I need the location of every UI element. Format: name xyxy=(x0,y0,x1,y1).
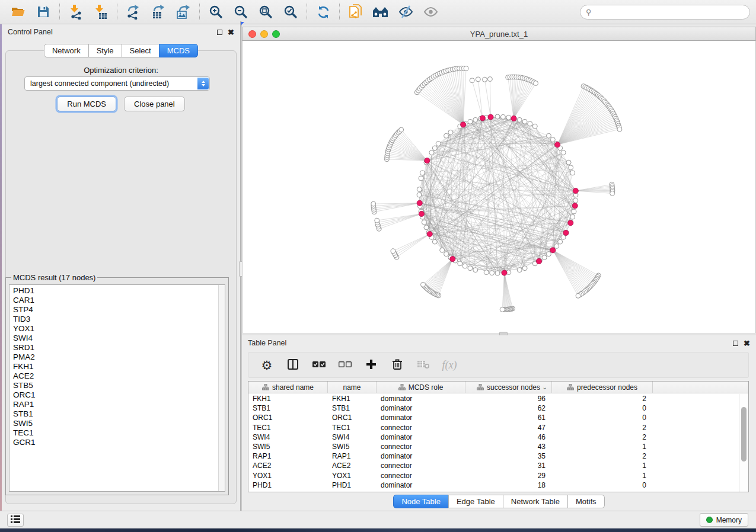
mcds-result-node[interactable]: YOX1 xyxy=(13,324,218,334)
tab-network-table[interactable]: Network Table xyxy=(503,495,568,508)
graph-node[interactable] xyxy=(572,209,576,214)
task-history-button[interactable] xyxy=(7,514,24,527)
graph-satellite-node[interactable] xyxy=(371,201,376,206)
graph-node[interactable] xyxy=(468,119,473,124)
column-header-shared-name[interactable]: shared name xyxy=(248,382,328,393)
graph-node[interactable] xyxy=(569,165,573,170)
graph-node[interactable] xyxy=(561,150,566,155)
hide-selected-button[interactable] xyxy=(393,2,418,22)
graph-node[interactable] xyxy=(550,137,555,142)
search-input[interactable] xyxy=(595,8,744,16)
graph-node[interactable] xyxy=(420,171,425,175)
graph-node[interactable] xyxy=(517,117,522,122)
export-network-button[interactable] xyxy=(121,2,146,22)
graph-node[interactable] xyxy=(444,133,449,138)
tab-node-table[interactable]: Node Table xyxy=(393,495,449,508)
graph-node[interactable] xyxy=(573,198,578,203)
graph-satellite-node[interactable] xyxy=(617,127,622,132)
graph-node[interactable] xyxy=(546,133,551,138)
tab-mcds[interactable]: MCDS xyxy=(159,44,198,57)
import-network-button[interactable] xyxy=(63,2,88,22)
graph-node[interactable] xyxy=(432,146,437,150)
graph-mcds-hub-node[interactable] xyxy=(450,257,455,262)
zoom-in-button[interactable] xyxy=(203,2,228,22)
table-row[interactable]: ACE2ACE2connector311 xyxy=(248,461,739,470)
graph-mcds-hub-node[interactable] xyxy=(488,114,493,120)
graph-satellite-node[interactable] xyxy=(487,77,492,82)
graph-satellite-node[interactable] xyxy=(399,127,404,132)
graph-node[interactable] xyxy=(448,130,453,134)
export-image-button[interactable] xyxy=(171,2,196,22)
zoom-selected-button[interactable] xyxy=(278,2,303,22)
column-header-predecessor-nodes[interactable]: predecessor nodes xyxy=(552,382,653,393)
graph-mcds-hub-node[interactable] xyxy=(417,200,422,206)
graph-mcds-hub-node[interactable] xyxy=(573,188,578,193)
mcds-result-node[interactable]: ACE2 xyxy=(13,371,218,381)
graph-mcds-hub-node[interactable] xyxy=(563,230,569,235)
column-header-successor-nodes[interactable]: successor nodes⌄ xyxy=(465,382,552,393)
mcds-result-node[interactable]: FKH1 xyxy=(13,362,218,371)
graph-node[interactable] xyxy=(570,171,575,175)
mcds-result-node[interactable]: ORC1 xyxy=(13,390,218,400)
mcds-result-node[interactable]: PMA2 xyxy=(13,352,218,362)
graph-mcds-hub-node[interactable] xyxy=(555,142,560,148)
graph-satellite-node[interactable] xyxy=(375,218,379,223)
graph-mcds-hub-node[interactable] xyxy=(536,258,541,264)
graph-node[interactable] xyxy=(468,266,473,271)
graph-satellite-node[interactable] xyxy=(391,249,395,254)
open-file-button[interactable] xyxy=(6,2,31,22)
graph-satellite-node[interactable] xyxy=(610,191,615,196)
select-all-rows-button[interactable] xyxy=(310,355,328,375)
float-panel-icon[interactable] xyxy=(733,341,738,346)
float-panel-icon[interactable] xyxy=(217,30,222,35)
scrollbar-thumb[interactable] xyxy=(741,407,747,462)
table-scrollbar[interactable] xyxy=(739,394,748,492)
mcds-result-node[interactable]: SRD1 xyxy=(13,343,218,352)
deselect-all-rows-button[interactable] xyxy=(336,355,354,375)
graph-mcds-hub-node[interactable] xyxy=(550,248,556,253)
graph-node[interactable] xyxy=(473,268,478,273)
mcds-result-node[interactable]: SWI5 xyxy=(13,419,218,428)
graph-mcds-hub-node[interactable] xyxy=(425,158,430,164)
column-settings-button[interactable]: ⚙ xyxy=(258,355,276,375)
graph-mcds-hub-node[interactable] xyxy=(511,116,516,121)
graph-node[interactable] xyxy=(422,220,426,225)
graph-node[interactable] xyxy=(473,117,478,122)
graph-mcds-hub-node[interactable] xyxy=(461,122,466,127)
close-panel-icon[interactable]: ✖ xyxy=(744,339,750,347)
graph-satellite-node[interactable] xyxy=(576,293,580,298)
export-table-button[interactable] xyxy=(146,2,171,22)
graph-node[interactable] xyxy=(532,124,537,129)
graph-node[interactable] xyxy=(500,114,505,119)
zoom-out-button[interactable] xyxy=(228,2,253,22)
add-column-button[interactable] xyxy=(362,355,380,375)
graph-mcds-hub-node[interactable] xyxy=(572,203,578,209)
graph-node[interactable] xyxy=(517,268,522,273)
mcds-list-scrollbar[interactable] xyxy=(218,285,225,491)
graph-node[interactable] xyxy=(484,270,489,275)
graph-satellite-node[interactable] xyxy=(482,77,487,82)
graph-node[interactable] xyxy=(417,187,422,192)
table-row[interactable]: TEC1TEC1connector472 xyxy=(248,423,739,432)
graph-mcds-hub-node[interactable] xyxy=(427,231,432,236)
graph-mcds-hub-node[interactable] xyxy=(502,270,507,275)
table-row[interactable]: FKH1FKH1dominator962 xyxy=(248,394,739,403)
tab-edge-table[interactable]: Edge Table xyxy=(448,495,503,508)
graph-node[interactable] xyxy=(546,252,551,257)
tab-motifs[interactable]: Motifs xyxy=(567,495,605,508)
table-row[interactable]: ORC1ORC1dominator610 xyxy=(248,413,739,422)
graph-node[interactable] xyxy=(495,271,500,275)
run-mcds-button[interactable]: Run MCDS xyxy=(57,97,116,111)
mcds-result-node[interactable]: RAP1 xyxy=(13,400,218,409)
network-canvas[interactable] xyxy=(242,41,756,333)
graph-node[interactable] xyxy=(424,225,429,230)
mcds-result-node[interactable]: CAR1 xyxy=(13,296,218,305)
graph-node[interactable] xyxy=(440,248,445,252)
mcds-result-node[interactable]: TID3 xyxy=(13,315,218,324)
close-panel-icon[interactable]: ✖ xyxy=(228,28,234,36)
graph-node[interactable] xyxy=(429,150,434,155)
graph-node[interactable] xyxy=(522,266,527,271)
table-row[interactable]: STB1STB1dominator620 xyxy=(248,403,739,413)
network-window-titlebar[interactable]: YPA_prune.txt_1 xyxy=(242,27,756,41)
graph-satellite-node[interactable] xyxy=(464,66,468,70)
